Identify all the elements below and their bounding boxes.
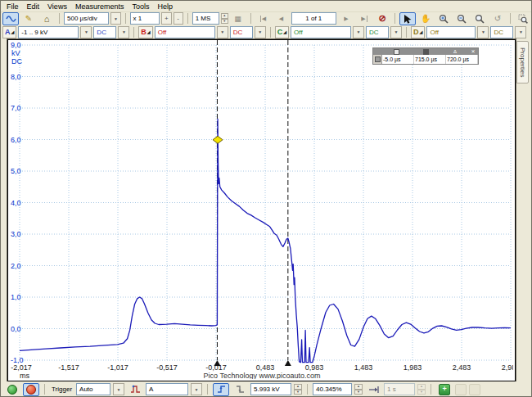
marquee-zoom-icon [518,14,528,24]
channel-b-range-dropdown-button[interactable]: ▼ [217,26,228,38]
zoom-out-icon [457,14,467,24]
pre-trigger-field[interactable]: 40.345% [313,383,352,395]
advanced-trigger-button[interactable] [127,383,143,396]
toolbar-separator [125,13,126,24]
toolbar-separator [250,13,251,24]
magnifier-icon [475,14,485,24]
previous-buffer-button[interactable]: ◀ [273,12,290,25]
pre-trigger-arrow-button[interactable] [365,383,381,396]
menu-measurements[interactable]: Measurements [72,2,129,11]
next-buffer-icon: ▶ [344,16,348,22]
stop-capture-button[interactable] [23,383,39,396]
channel-c-coupling-dropdown-button[interactable]: ▼ [390,26,402,38]
buffer-overview-button[interactable]: ▦ [230,12,246,25]
zoom-factor-decrease-button[interactable]: - [174,12,183,25]
trigger-source-select[interactable]: A [146,383,188,395]
undo-zoom-button[interactable]: ↺ [489,12,506,25]
scope-view-button[interactable] [2,12,19,25]
rising-edge-button[interactable] [213,383,229,396]
channel-d-coupling-select[interactable]: DC [490,26,513,38]
menu-views[interactable]: Views [44,2,72,11]
toolbar-separator [44,384,45,395]
channel-b-coupling-dropdown-button[interactable]: ▼ [255,26,266,38]
trigger-toolbar: Trigger Auto ▼ A ▼ 5.993 kV ▲▼ 40.345% ▲… [1,381,531,397]
zoom-factor-increase-button[interactable]: + [161,12,171,25]
channel-c-coupling-select[interactable]: DC [366,26,389,38]
ruler-legend-grip-icon [373,50,381,54]
svg-text:4,0: 4,0 [11,199,21,207]
trigger-mode-select[interactable]: Auto [76,383,110,395]
channel-c-range-dropdown-button[interactable]: ▼ [353,26,364,38]
zoom-in-button[interactable] [435,12,452,25]
menu-tools[interactable]: Tools [128,2,154,11]
toolbar-separator [406,27,407,38]
scope-plot-area[interactable]: 9,08,07,06,05,04,03,02,01,00,0-1,0kVDC-2… [7,39,516,381]
svg-text:2,983: 2,983 [502,363,513,372]
normal-selection-tool-button[interactable] [399,12,416,25]
timebase-dropdown-button[interactable]: ▼ [110,12,120,25]
timebase-select[interactable]: 500 µs/div [64,12,109,25]
time-rulers[interactable] [214,40,291,366]
toolbar-separator [394,13,395,24]
trigger-level-field[interactable]: 5.993 kV [250,383,291,395]
waveform-library-button[interactable]: ✎ [20,12,37,25]
ruler-legend[interactable]: Δ ✕ -5.0 µs 715.0 µs 720.0 µs [372,47,479,65]
trigger-source-dropdown-button[interactable]: ▼ [191,383,202,395]
channel-d-button[interactable]: D ◢ [411,26,425,38]
menu-edit[interactable]: Edit [24,2,45,11]
channel-c-button[interactable]: C ◢ [275,26,289,38]
sample-count-field[interactable]: 1 MS [192,12,219,25]
last-buffer-button[interactable]: ▶ [356,12,372,25]
trigger-label: Trigger [50,386,74,393]
channel-a-range-select[interactable]: -1 .. 9 kV [18,26,79,38]
next-buffer-button[interactable]: ▶ [338,12,354,25]
channel-b-coupling-select[interactable]: DC [230,26,253,38]
home-icon: ⌂ [44,14,50,24]
channel-a-coupling-select[interactable]: DC [93,26,116,38]
pre-trigger-spinner[interactable]: ▲▼ [354,384,363,395]
sample-count-spinner[interactable]: ▲▼ [221,13,228,24]
channel-c-range-select[interactable]: Off [291,26,351,38]
svg-text:0,983: 0,983 [305,363,324,372]
add-measurement-button[interactable]: + [436,383,453,396]
first-buffer-button[interactable]: ◀ [255,12,272,25]
toolbar-separator [270,27,271,38]
toolbar-separator [207,384,208,395]
cursor-arrow-icon [403,14,412,24]
home-button[interactable]: ⌂ [38,12,55,25]
ruler1-icon [394,49,399,55]
trigger-marker-diamond[interactable] [213,136,223,143]
channel-d-range-dropdown-button[interactable]: ▼ [477,26,489,38]
channel-a-coupling-dropdown-button[interactable]: ▼ [118,26,129,38]
channel-d-menu-arrow-icon: ◢ [420,29,423,34]
hand-tool-button[interactable]: ✋ [417,12,434,25]
ruler-legend-values: -5.0 µs 715.0 µs 720.0 µs [373,55,478,64]
properties-panel-tab[interactable]: Properties [516,41,529,83]
zoom-factor-field[interactable]: x 1 [130,12,160,25]
start-capture-button[interactable] [4,383,20,396]
menu-help[interactable]: Help [154,2,178,11]
channel-b-button[interactable]: B ◢ [138,26,152,38]
svg-text:-2,017: -2,017 [11,363,32,372]
zoom-full-button[interactable] [471,12,488,25]
falling-edge-button[interactable] [232,383,248,396]
channel-d-coupling-dropdown-button[interactable]: ▼ [515,26,526,38]
channel-d-range-select[interactable]: Off [426,26,476,38]
trigger-mode-dropdown-button[interactable]: ▼ [113,383,124,395]
ruler-legend-header: Δ ✕ [373,48,478,55]
svg-text:-1,017: -1,017 [107,363,128,372]
channel-b-range-select[interactable]: Off [155,26,215,38]
marquee-zoom-button[interactable] [515,12,531,25]
svg-text:9,0: 9,0 [11,41,21,49]
channel-a-range-dropdown-button[interactable]: ▼ [80,26,92,38]
zoom-out-button[interactable] [453,12,470,25]
waveform-plot: 9,08,07,06,05,04,03,02,01,00,0-1,0kVDC-2… [8,40,513,379]
channel-toolbar: A ◢ -1 .. 9 kV ▼ DC ▼ B ◢ Off ▼ DC ▼ C ◢… [1,25,531,38]
buffer-position-field[interactable]: 1 of 1 [291,12,336,25]
toolbar-separator [133,27,134,38]
menu-file[interactable]: File [3,2,24,11]
channel-a-button[interactable]: A ◢ [2,26,16,38]
buffer-navigator-button[interactable]: ⊘ [374,12,390,25]
trigger-level-spinner[interactable]: ▲▼ [294,384,302,395]
svg-text:2,0: 2,0 [11,262,21,270]
